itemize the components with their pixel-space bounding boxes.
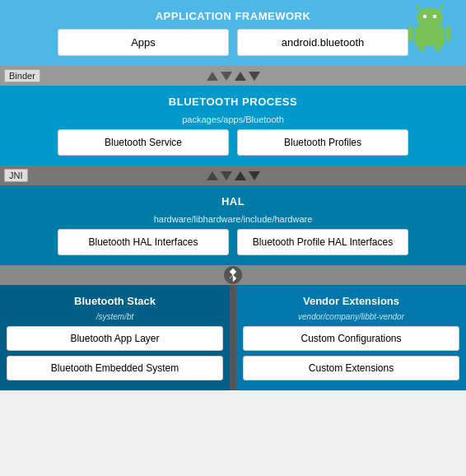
bottom-split-section: Bluetooth Stack /system/bt Bluetooth App… (0, 285, 466, 390)
diagram-container: APPLICATION FRAMEWORK Apps android.bluet… (0, 0, 466, 390)
app-framework-section: APPLICATION FRAMEWORK Apps android.bluet… (0, 0, 466, 66)
hal-boxes: Bluetooth HAL Interfaces Bluetooth Profi… (8, 229, 458, 255)
binder-connector: Binder (0, 66, 466, 86)
svg-point-2 (417, 7, 443, 29)
bt-service-box: Bluetooth Service (58, 129, 229, 156)
bt-profiles-box: Bluetooth Profiles (237, 129, 408, 156)
svg-rect-8 (418, 44, 425, 51)
bt-stack-subtitle: /system/bt (7, 312, 223, 326)
bt-process-boxes: Bluetooth Service Bluetooth Profiles (8, 129, 458, 156)
jni-connector: JNI (0, 166, 466, 185)
hal-title: HAL (8, 192, 458, 214)
vendor-subtitle: vendor/company/libbt-vendor (243, 312, 459, 326)
android-bluetooth-box: android.bluetooth (237, 29, 408, 56)
svg-point-4 (433, 15, 436, 18)
bt-embedded-system-box: Bluetooth Embedded System (7, 356, 223, 380)
vendor-title: Vendor Extensions (243, 292, 459, 312)
app-framework-bg: APPLICATION FRAMEWORK Apps android.bluet… (0, 0, 466, 66)
bt-process-section: BLUETOOTH PROCESS packages/apps/Bluetoot… (0, 86, 466, 166)
vertical-divider (230, 285, 236, 390)
bt-stack-title: Bluetooth Stack (7, 292, 223, 312)
app-framework-title: APPLICATION FRAMEWORK (8, 7, 458, 29)
svg-point-3 (423, 15, 426, 18)
bottom-connector (0, 265, 466, 285)
app-framework-boxes: Apps android.bluetooth (8, 29, 458, 56)
svg-rect-7 (446, 26, 451, 41)
bluetooth-icon-mid (224, 266, 242, 284)
hal-interfaces-box: Bluetooth HAL Interfaces (58, 229, 229, 255)
hal-section: HAL hardware/libhardware/include/hardwar… (0, 185, 466, 265)
bt-process-bg: BLUETOOTH PROCESS packages/apps/Bluetoot… (0, 86, 466, 166)
svg-rect-9 (435, 44, 441, 51)
bt-app-layer-box: Bluetooth App Layer (7, 326, 223, 351)
hal-bg: HAL hardware/libhardware/include/hardwar… (0, 185, 466, 265)
vendor-section: Vendor Extensions vendor/company/libbt-v… (236, 285, 466, 390)
apps-box: Apps (58, 29, 229, 56)
android-robot-icon (407, 2, 453, 51)
hal-subtitle: hardware/libhardware/include/hardware (8, 214, 458, 229)
bt-stack-section: Bluetooth Stack /system/bt Bluetooth App… (0, 285, 230, 390)
bt-process-title: BLUETOOTH PROCESS (8, 92, 458, 114)
svg-rect-6 (408, 26, 413, 41)
svg-rect-5 (415, 26, 445, 46)
bt-process-subtitle: packages/apps/Bluetooth (8, 114, 458, 129)
hal-profile-interfaces-box: Bluetooth Profile HAL Interfaces (237, 229, 408, 255)
custom-extensions-box: Custom Extensions (243, 356, 459, 380)
jni-label: JNI (4, 169, 28, 182)
custom-configurations-box: Custom Configurations (243, 326, 459, 351)
binder-label: Binder (4, 69, 40, 82)
